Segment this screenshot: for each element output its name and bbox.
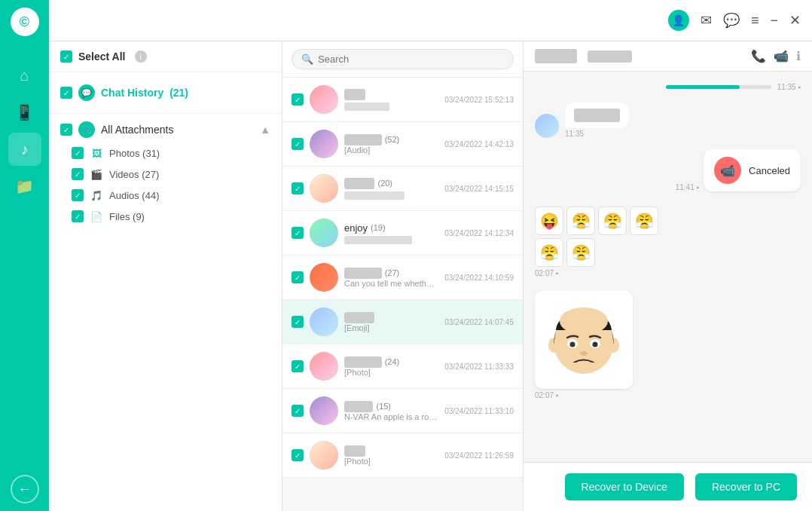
photos-item[interactable]: ✓ 🖼 Photos (31) [49,142,282,164]
chat-header-icons: 📞 📹 ℹ [751,49,801,63]
chat-checkbox[interactable]: ✓ [292,271,304,283]
chat-item[interactable]: ✓ ██ ███ (52) [Audio] 03/24/2022 14:42:1… [282,122,523,167]
chat-item[interactable]: ✓ ██ ███ (27) Can you tell me whether it… [282,256,523,300]
chat-count: (52) [385,135,400,144]
chat-view-name: ██ ██ [535,49,577,63]
search-icon: 🔍 [301,54,313,65]
all-attachments-label: All Attachments [101,124,254,136]
emoji-item: 😤 [598,207,627,235]
chat-item[interactable]: ✓ ███ 03/24/2022 15:52:13 [282,78,523,122]
chat-checkbox[interactable]: ✓ [292,316,304,328]
svg-point-3 [560,308,608,335]
chat-history-item[interactable]: ✓ 💬 Chat History (21) [49,78,282,107]
mail-icon[interactable]: ✉ [701,12,712,29]
videos-label: Videos (27) [109,169,159,180]
video-icon[interactable]: 📹 [774,49,789,63]
audios-item[interactable]: ✓ 🎵 Audios (44) [49,185,282,206]
chat-preview: [Photo] [344,368,438,377]
sender-avatar [535,114,559,138]
recover-device-button[interactable]: Recover to Device [565,473,684,500]
chat-history-checkbox[interactable]: ✓ [60,87,72,99]
chat-info: ██ ███ (27) Can you tell me whether it..… [344,268,438,288]
recover-pc-button[interactable]: Recover to PC [695,473,797,500]
chat-info: ██ ███ (52) [Audio] [344,134,438,155]
message-content: ██████████ 11:35 [565,103,656,138]
avatar [310,263,338,292]
chat-info: enjoy (19) [344,222,438,244]
emoji-grid: 😝 😤 😤 😤 😤 😤 [535,207,801,267]
search-input-wrap[interactable]: 🔍 [292,49,514,69]
chat-time: 03/24/2022 14:42:13 [444,140,514,148]
title-bar-icons: 👤 ✉ 💬 ≡ − ✕ [668,10,801,31]
chat-item[interactable]: ✓ ███ ██ (24) [Photo] 03/24/2022 11:33:3… [282,344,523,389]
progress-time: 11:35 ▪ [777,83,801,91]
close-icon[interactable]: ✕ [789,12,801,29]
chat-checkbox[interactable]: ✓ [292,360,304,372]
audios-checkbox[interactable]: ✓ [72,189,84,201]
sidebar-item-music[interactable]: ♪ [8,133,41,166]
chat-name: ███ [344,445,365,457]
chat-icon[interactable]: 💬 [723,12,740,29]
chat-checkbox[interactable]: ✓ [292,227,304,239]
chat-preview [344,103,389,111]
sticker-time: 02:07 ▪ [535,391,801,399]
sidebar-item-phone[interactable]: 📱 [8,96,41,129]
photos-checkbox[interactable]: ✓ [72,147,84,159]
chat-checkbox[interactable]: ✓ [292,93,304,106]
emoji-row: 😝 😤 😤 😤 [535,207,801,235]
attachments-checkbox[interactable]: ✓ [60,124,72,136]
files-item[interactable]: ✓ 📄 Files (9) [49,206,282,227]
chat-preview [344,191,404,200]
chat-preview: N-VAR An apple is a round f...in a [344,412,438,421]
avatar [310,352,338,381]
sidebar: © ⌂ 📱 ♪ 📁 ← [0,0,49,511]
chat-time: 03/24/2022 15:52:13 [444,96,514,104]
chat-item[interactable]: ✓ enjoy (19) 03/24/2022 14:12:34 [282,211,523,256]
right-panel: ██ ██ ██████ 📞 📹 ℹ 11:35 ▪ [524,41,812,511]
emoji-row: 😤 😤 [535,238,801,267]
all-attachments-header[interactable]: ✓ 📎 All Attachments ▲ [49,117,282,142]
collapse-icon[interactable]: ▲ [260,124,270,136]
chat-preview: Can you tell me whether it...ng tc [344,279,438,288]
videos-checkbox[interactable]: ✓ [72,168,84,180]
files-label: Files (9) [109,211,145,222]
back-button[interactable]: ← [11,475,39,503]
sidebar-item-home[interactable]: ⌂ [8,59,41,92]
title-bar: 👤 ✉ 💬 ≡ − ✕ [49,0,812,41]
videos-item[interactable]: ✓ 🎬 Videos (27) [49,164,282,185]
audios-icon: 🎵 [90,188,103,202]
sidebar-item-folder[interactable]: 📁 [8,170,41,203]
chat-count: (27) [385,268,400,277]
bottom-bar: Recover to Device Recover to PC [524,462,812,511]
files-checkbox[interactable]: ✓ [72,210,84,222]
avatar [310,441,338,470]
chat-checkbox[interactable]: ✓ [292,138,304,150]
info-icon-chat[interactable]: ℹ [796,49,801,63]
attachments-section: ✓ 📎 All Attachments ▲ ✓ 🖼 Photos (31) ✓ [49,114,282,230]
select-all-row[interactable]: ✓ Select All i [49,41,282,72]
chat-info: ██ ██ (20) [344,178,438,200]
phone-icon[interactable]: 📞 [751,49,766,63]
select-all-checkbox[interactable]: ✓ [60,50,72,63]
chat-checkbox[interactable]: ✓ [292,182,304,194]
message-row: ██████████ 11:35 [535,103,801,138]
user-icon[interactable]: 👤 [668,10,689,31]
chat-checkbox[interactable]: ✓ [292,405,304,417]
avatar [310,219,338,247]
chat-count: (15) [376,402,391,411]
chat-checkbox[interactable]: ✓ [292,449,304,461]
chat-item[interactable]: ✓ ██ ██ (20) 03/24/2022 14:15:15 [282,167,523,211]
attachments-sub: ✓ 🖼 Photos (31) ✓ 🎬 Videos (27) ✓ 🎵 [49,142,282,227]
progress-fill [666,85,740,89]
sticker-svg [542,298,625,381]
sidebar-nav: ⌂ 📱 ♪ 📁 [8,51,41,467]
chat-info: ██ ██ [Emoji] [344,312,438,332]
chat-item[interactable]: ✓ ███ [Photo] 03/24/2022 11:26:59 [282,433,523,478]
minimize-icon[interactable]: − [770,13,778,29]
info-icon[interactable]: i [135,50,147,63]
menu-icon[interactable]: ≡ [751,13,759,29]
chat-item[interactable]: ✓ ███... (15) N-VAR An apple is a round … [282,389,523,433]
chat-item[interactable]: ✓ ██ ██ [Emoji] 03/24/2022 14:07:45 [282,300,523,344]
search-input[interactable] [318,54,504,65]
chat-history-section: ✓ 💬 Chat History (21) [49,72,282,114]
